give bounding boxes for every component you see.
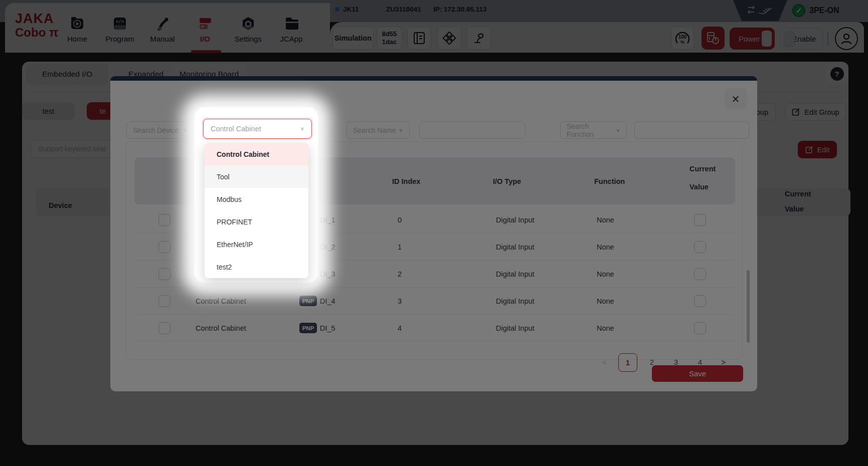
app-root: JAKA Cobo π Home </> Program Manual I/O … <box>0 0 868 466</box>
dropdown-option[interactable]: Modbus <box>205 188 308 210</box>
tour-overlay <box>0 0 868 466</box>
dropdown-option[interactable]: Control Cabinet <box>205 143 308 165</box>
dropdown-option[interactable]: EtherNet/IP <box>205 233 308 256</box>
dropdown-option[interactable]: PROFINET <box>205 210 308 233</box>
dropdown-option[interactable]: Tool <box>205 165 308 188</box>
chevron-down-icon: ∨ <box>300 126 304 131</box>
dropdown-option[interactable]: test2 <box>205 256 308 278</box>
device-select-value: Control Cabinet <box>211 125 261 133</box>
device-select-highlighted[interactable]: Control Cabinet ∨ <box>203 119 312 139</box>
device-select-dropdown: Control CabinetToolModbusPROFINETEtherNe… <box>205 143 308 278</box>
